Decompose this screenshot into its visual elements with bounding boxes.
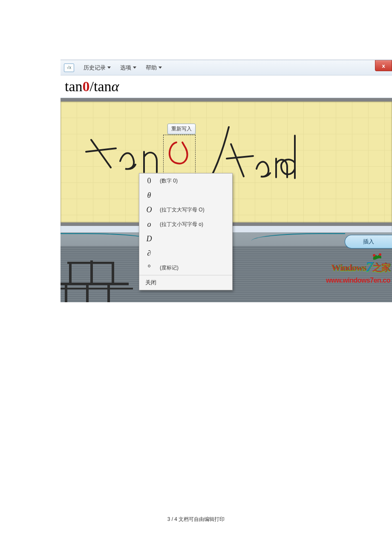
desc-cap-o: (拉丁文大写字母 O) xyxy=(160,206,205,214)
sym-cap-d: D xyxy=(145,234,153,243)
formula-sep: / xyxy=(90,78,94,95)
canvas-area: 重新写入 0 (数字 0) θ O (拉丁文大写字母 O) o (拉 xyxy=(61,98,392,226)
menu-history[interactable]: 历史记录 xyxy=(84,64,111,72)
page-sep: / xyxy=(170,516,174,522)
sym-cap-o: O xyxy=(145,205,153,214)
menu-options-label: 选项 xyxy=(120,64,131,72)
rewrite-button[interactable]: 重新写入 xyxy=(167,124,196,134)
menu-item-close[interactable]: 关闭 xyxy=(139,275,232,290)
watermark-logo: Windows7之家 xyxy=(331,258,390,274)
correction-menu: 0 (数字 0) θ O (拉丁文大写字母 O) o (拉丁文小写字母 o) D xyxy=(139,173,233,290)
desc-low-o: (拉丁文小写字母 o) xyxy=(160,221,203,228)
menu-item-degree[interactable]: ° (度标记) xyxy=(139,260,232,275)
sym-degree: ° xyxy=(145,263,153,272)
menu-item-partial[interactable]: ∂ xyxy=(139,246,232,260)
menu-item-digit-0[interactable]: 0 (数字 0) xyxy=(139,173,232,188)
svg-point-1 xyxy=(379,253,381,256)
wm-seven: 7 xyxy=(366,259,372,275)
formula-tan1: tan xyxy=(65,78,83,95)
svg-point-0 xyxy=(373,254,375,257)
desc-degree: (度标记) xyxy=(160,264,179,272)
selection-box xyxy=(163,135,196,174)
formula-output: tan 0 / tan α xyxy=(61,75,392,98)
menu-item-low-o[interactable]: o (拉丁文小写字母 o) xyxy=(139,217,232,231)
dock-silhouette xyxy=(61,251,146,302)
menu-item-theta[interactable]: θ xyxy=(139,188,232,202)
menu-close-label: 关闭 xyxy=(145,279,156,286)
formula-alpha: α xyxy=(112,78,119,95)
toolbar: √x 历史记录 选项 帮助 x xyxy=(61,60,392,75)
chevron-down-icon xyxy=(159,66,162,69)
menu-options[interactable]: 选项 xyxy=(120,64,136,72)
sym-partial: ∂ xyxy=(145,249,153,258)
wm-a: Windows xyxy=(331,262,366,273)
sym-theta: θ xyxy=(145,191,153,200)
sym-low-o: o xyxy=(145,220,153,229)
chevron-down-icon xyxy=(107,66,111,69)
rewrite-label: 重新写入 xyxy=(171,126,192,132)
watermark-url: www.windows7en.co xyxy=(326,277,390,284)
wm-b: 之家 xyxy=(372,262,390,273)
formula-tan2: tan xyxy=(94,78,112,95)
app-icon: √x xyxy=(64,64,74,72)
menu-help[interactable]: 帮助 xyxy=(146,64,162,72)
close-icon: x xyxy=(382,63,385,69)
panel-curve-right xyxy=(251,233,345,243)
menu-help-label: 帮助 xyxy=(146,64,157,72)
insert-label: 插入 xyxy=(363,238,374,246)
menu-history-label: 历史记录 xyxy=(84,64,106,72)
page-total: 4 xyxy=(174,516,177,522)
desc-0: (数字 0) xyxy=(160,177,178,185)
sym-0: 0 xyxy=(145,176,153,185)
handwriting-canvas[interactable]: 重新写入 0 (数字 0) θ O (拉丁文大写字母 O) o (拉 xyxy=(61,101,392,223)
formula-zero: 0 xyxy=(83,78,90,95)
close-button[interactable]: x xyxy=(375,60,392,71)
insert-button[interactable]: 插入 xyxy=(345,235,392,249)
menu-item-cap-d[interactable]: D xyxy=(139,231,232,246)
footer-note: 文档可自由编辑打印 xyxy=(177,516,225,522)
page-footer: 3 / 4 文档可自由编辑打印 xyxy=(0,516,392,523)
menu-item-cap-o[interactable]: O (拉丁文大写字母 O) xyxy=(139,202,232,217)
chevron-down-icon xyxy=(133,66,136,69)
math-input-panel-screenshot: √x 历史记录 选项 帮助 x tan 0 / tan α xyxy=(61,60,392,302)
